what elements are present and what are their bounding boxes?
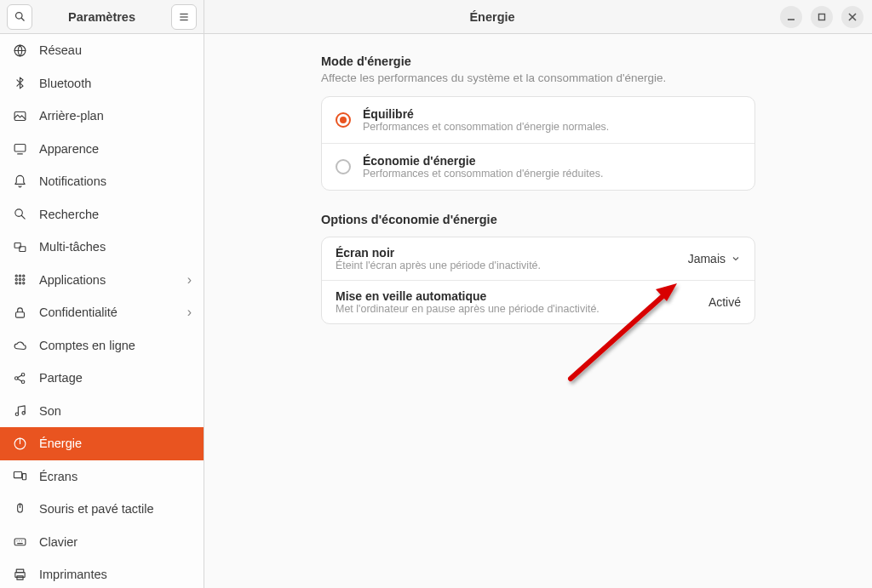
option-subtitle: Performances et consommation d'énergie r…	[363, 168, 603, 180]
sidebar-item-cloud[interactable]: Comptes en ligne	[0, 329, 204, 363]
multi-icon	[12, 239, 27, 254]
row-title: Mise en veille automatique	[336, 289, 698, 303]
saving-row[interactable]: Mise en veille automatiqueMet l'ordinate…	[322, 280, 754, 323]
sidebar-item-background[interactable]: Arrière-plan	[0, 100, 204, 133]
section-saving-title: Options d'économie d'énergie	[321, 213, 755, 226]
app-title: Paramètres	[37, 10, 166, 24]
sidebar-item-label: Applications	[39, 273, 175, 287]
svg-rect-35	[14, 472, 21, 478]
sidebar-item-label: Multi-tâches	[39, 240, 192, 254]
sidebar-item-search[interactable]: Recherche	[0, 198, 204, 231]
window-controls	[780, 6, 872, 28]
radio-button[interactable]	[336, 112, 351, 128]
content-inner: Mode d'énergie Affecte les performances …	[321, 54, 755, 324]
appearance-icon	[12, 141, 27, 157]
svg-point-24	[22, 283, 24, 284]
sidebar-item-printer[interactable]: Imprimantes	[0, 558, 204, 588]
sidebar-item-label: Partage	[39, 371, 192, 385]
bell-icon	[12, 174, 27, 189]
sidebar-item-globe[interactable]: Réseau	[0, 34, 204, 67]
section-mode-subtitle: Affecte les performances du système et l…	[321, 71, 755, 84]
svg-rect-36	[22, 474, 26, 480]
maximize-icon	[818, 13, 826, 21]
titlebar: Paramètres Énergie	[0, 0, 872, 34]
option-title: Équilibré	[363, 107, 609, 121]
sidebar-item-multi[interactable]: Multi-tâches	[0, 231, 204, 264]
mouse-icon	[12, 501, 27, 517]
sidebar-item-share[interactable]: Partage	[0, 362, 204, 395]
power-mode-option[interactable]: ÉquilibréPerformances et consommation d'…	[322, 97, 754, 143]
sidebar-item-music[interactable]: Son	[0, 395, 204, 428]
row-value: Jamais	[688, 252, 741, 265]
bluetooth-icon	[12, 76, 27, 91]
maximize-button[interactable]	[811, 6, 833, 28]
radio-button[interactable]	[336, 159, 351, 174]
sidebar-item-label: Comptes en ligne	[39, 339, 192, 352]
sidebar-item-label: Notifications	[39, 174, 192, 188]
section-mode-title: Mode d'énergie	[321, 54, 755, 68]
apps-icon	[12, 272, 27, 288]
sidebar-item-label: Imprimantes	[39, 568, 192, 581]
svg-point-18	[22, 275, 24, 277]
svg-line-30	[17, 379, 21, 381]
chevron-down-icon	[731, 254, 741, 264]
sidebar-item-keyboard[interactable]: Clavier	[0, 526, 204, 559]
row-text: Mise en veille automatiqueMet l'ordinate…	[336, 289, 698, 315]
option-text: ÉquilibréPerformances et consommation d'…	[363, 107, 609, 133]
svg-rect-6	[819, 14, 825, 20]
sidebar-item-screens[interactable]: Écrans	[0, 460, 204, 494]
sidebar-item-bell[interactable]: Notifications	[0, 165, 204, 198]
svg-line-29	[17, 375, 21, 378]
svg-line-13	[21, 216, 25, 220]
saving-row[interactable]: Écran noirÉteint l'écran après une pério…	[322, 237, 754, 280]
sidebar-item-bluetooth[interactable]: Bluetooth	[0, 67, 204, 100]
close-button[interactable]	[841, 6, 863, 28]
row-subtitle: Met l'ordinateur en pause après une péri…	[336, 303, 698, 315]
sidebar-item-apps[interactable]: Applications›	[0, 264, 204, 297]
sidebar-item-label: Énergie	[39, 437, 192, 450]
row-text: Écran noirÉteint l'écran après une pério…	[336, 246, 678, 271]
sidebar-item-lock[interactable]: Confidentialité›	[0, 296, 204, 329]
sidebar-item-label: Apparence	[39, 142, 192, 156]
power-icon	[12, 436, 27, 451]
sidebar-item-mouse[interactable]: Souris et pavé tactile	[0, 493, 204, 526]
hamburger-button[interactable]	[171, 4, 197, 30]
option-text: Économie d'énergiePerformances et consom…	[363, 154, 603, 180]
background-icon	[12, 108, 27, 123]
minimize-button[interactable]	[780, 6, 802, 28]
svg-rect-25	[15, 312, 24, 317]
keyboard-icon	[12, 534, 27, 550]
row-title: Écran noir	[336, 246, 678, 260]
printer-icon	[12, 567, 27, 582]
sidebar-item-label: Bluetooth	[39, 77, 192, 90]
sidebar-item-label: Arrière-plan	[39, 109, 192, 123]
lock-icon	[12, 305, 27, 320]
page-title: Énergie	[204, 10, 780, 24]
search-icon	[12, 207, 27, 222]
search-button[interactable]	[7, 4, 32, 30]
option-title: Économie d'énergie	[363, 154, 603, 168]
row-subtitle: Éteint l'écran après une période d'inact…	[336, 260, 678, 271]
share-icon	[12, 370, 27, 385]
sidebar-item-power[interactable]: Énergie	[0, 427, 204, 460]
hamburger-icon	[178, 11, 190, 23]
app-body: RéseauBluetoothArrière-planApparenceNoti…	[0, 34, 872, 588]
svg-rect-46	[16, 576, 22, 579]
svg-point-31	[15, 413, 19, 416]
saving-card: Écran noirÉteint l'écran après une pério…	[321, 237, 755, 324]
music-icon	[12, 403, 27, 419]
svg-point-17	[19, 275, 20, 277]
svg-point-21	[22, 279, 24, 281]
svg-line-1	[21, 18, 24, 20]
svg-point-16	[15, 275, 17, 277]
svg-point-22	[15, 283, 17, 284]
sidebar-item-appearance[interactable]: Apparence	[0, 133, 204, 166]
close-icon	[848, 13, 857, 21]
svg-rect-39	[14, 539, 26, 545]
minimize-icon	[787, 13, 795, 21]
svg-point-32	[21, 412, 25, 415]
power-mode-option[interactable]: Économie d'énergiePerformances et consom…	[322, 143, 754, 190]
mode-card: ÉquilibréPerformances et consommation d'…	[321, 96, 755, 191]
titlebar-left: Paramètres	[0, 0, 204, 33]
content-pane: Mode d'énergie Affecte les performances …	[204, 34, 872, 588]
